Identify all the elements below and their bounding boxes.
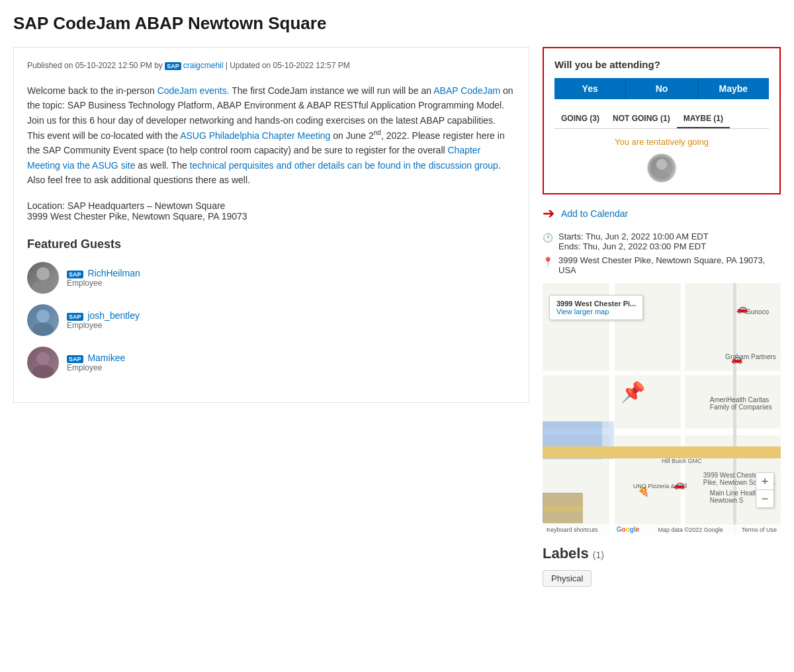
- map-popup: 3999 West Chester Pi... View larger map: [549, 295, 643, 320]
- event-address-text: 3999 West Chester Pike, Newtown Square, …: [558, 255, 781, 275]
- svg-point-4: [36, 352, 50, 365]
- meta-info: Published on 05-10-2022 12:50 PM by SAPc…: [27, 61, 515, 70]
- add-to-calendar-link[interactable]: Add to Calendar: [561, 208, 628, 219]
- article-body: Welcome back to the in-person CodeJam ev…: [27, 83, 515, 187]
- google-logo: Google: [617, 526, 639, 533]
- guest-name[interactable]: SAP RichHeilman: [67, 268, 140, 278]
- page-title: SAP CodeJam ABAP Newtown Square: [13, 13, 781, 34]
- rsvp-tab-not-going[interactable]: NOT GOING (1): [606, 110, 677, 128]
- rsvp-status-text: You are tentatively going: [554, 137, 769, 147]
- rsvp-maybe-avatars: [554, 153, 769, 183]
- guest-role: Employee: [67, 278, 140, 288]
- location-line-1: Location: SAP Headquarters – Newtown Squ…: [27, 200, 515, 211]
- add-to-calendar-row: ➔ Add to Calendar: [543, 205, 781, 222]
- author-link[interactable]: craigcmehil: [183, 61, 224, 70]
- rsvp-no-button[interactable]: No: [626, 78, 697, 99]
- featured-guests-heading: Featured Guests: [27, 237, 515, 251]
- guest-info: SAP Mamikee Employee: [67, 353, 125, 372]
- published-label: Published on: [27, 61, 73, 70]
- event-details: 🕐 Starts: Thu, Jun 2, 2022 10:00 AM EDT …: [543, 231, 781, 275]
- rsvp-yes-button[interactable]: Yes: [554, 78, 626, 99]
- map-keyboard-shortcuts: Keyboard shortcuts: [547, 526, 598, 533]
- map-zoom-out-button[interactable]: −: [756, 490, 773, 507]
- labels-section: Labels (1) Physical: [543, 545, 781, 587]
- clock-icon: 🕐: [543, 233, 553, 243]
- asug-link[interactable]: ASUG Philadelphia Chapter Meeting: [180, 130, 330, 141]
- svg-point-6: [656, 159, 667, 169]
- technical-link[interactable]: technical perquisites and other details …: [190, 160, 498, 171]
- map-thumbnail: [543, 493, 582, 523]
- guest-name[interactable]: SAP Mamikee: [67, 353, 125, 363]
- svg-rect-10: [543, 507, 583, 511]
- guest-name[interactable]: SAP josh_bentley: [67, 310, 140, 321]
- sap-badge: SAP: [67, 271, 83, 278]
- map-sunoco-pin: 🚗: [736, 303, 748, 314]
- svg-point-2: [36, 310, 50, 323]
- rsvp-maybe-button[interactable]: Maybe: [698, 78, 769, 99]
- paragraph-text-1: Welcome back to the in-person: [27, 85, 157, 96]
- rsvp-question: Will you be attending?: [554, 59, 769, 70]
- sap-badge: SAP: [67, 355, 83, 363]
- map-graham-pin: 🚗: [731, 353, 742, 364]
- map-footer: Keyboard shortcuts Google Map data ©2022…: [543, 525, 781, 534]
- labels-count: (1): [593, 550, 604, 560]
- location-icon: 📍: [543, 257, 553, 267]
- main-content: Published on 05-10-2022 12:50 PM by SAPc…: [13, 47, 529, 403]
- label-physical-tag[interactable]: Physical: [543, 570, 592, 587]
- updated-date: 05-10-2022 12:57 PM: [273, 61, 350, 70]
- map-controls: + −: [756, 472, 774, 508]
- avatar: [27, 304, 59, 336]
- paragraph-text-1f: as well. The: [135, 160, 189, 171]
- map-view-larger-link[interactable]: View larger map: [556, 308, 609, 315]
- sap-badge: SAP: [165, 62, 181, 70]
- rsvp-tab-going[interactable]: GOING (3): [554, 110, 606, 128]
- paragraph-text-1b: The first CodeJam instance we will run w…: [230, 85, 434, 96]
- svg-point-1: [32, 280, 54, 294]
- svg-point-3: [32, 323, 54, 336]
- avatar: [27, 262, 59, 294]
- map-background: Sunoco 🚗 Graham Partners 🚗 AmeriHealth C…: [543, 283, 781, 534]
- map-buick-label: Hill Buick GMC: [662, 458, 702, 464]
- guest-role: Employee: [67, 363, 125, 372]
- map-zoom-in-button[interactable]: +: [756, 473, 773, 490]
- event-address-row: 📍 3999 West Chester Pike, Newtown Square…: [543, 255, 781, 275]
- event-starts-text: Starts: Thu, Jun 2, 2022 10:00 AM EDT En…: [558, 231, 709, 251]
- map-data-credit: Map data ©2022 Google: [658, 526, 723, 533]
- map-main-marker: 📌: [621, 380, 645, 403]
- location-line-2: 3999 West Chester Pike, Newtown Square, …: [27, 211, 515, 222]
- rsvp-user-avatar: [647, 153, 676, 183]
- labels-heading: Labels (1): [543, 545, 781, 562]
- rsvp-buttons: Yes No Maybe: [554, 78, 769, 99]
- guest-item: SAP Mamikee Employee: [27, 347, 515, 378]
- published-date: 05-10-2022 12:50 PM: [75, 61, 152, 70]
- svg-point-5: [32, 365, 54, 378]
- map-sunoco-label: Sunoco: [746, 308, 769, 315]
- abap-codejam-link[interactable]: ABAP CodeJam: [433, 85, 500, 96]
- map-buick-pin: 🚗: [674, 479, 685, 489]
- updated-label: Updated on: [230, 61, 271, 70]
- avatar: [27, 347, 59, 378]
- by-label: by: [154, 61, 165, 70]
- event-starts-row: 🕐 Starts: Thu, Jun 2, 2022 10:00 AM EDT …: [543, 231, 781, 251]
- guest-item: SAP josh_bentley Employee: [27, 304, 515, 336]
- guest-info: SAP josh_bentley Employee: [67, 310, 140, 330]
- guest-info: SAP RichHeilman Employee: [67, 268, 140, 288]
- sap-badge: SAP: [67, 313, 83, 321]
- guest-list: SAP RichHeilman Employee SAP josh_bentle…: [27, 262, 515, 378]
- map-popup-title: 3999 West Chester Pi...: [556, 300, 636, 308]
- arrow-icon: ➔: [543, 205, 554, 222]
- rsvp-tab-maybe[interactable]: MAYBE (1): [677, 110, 730, 128]
- map-terms-link[interactable]: Terms of Use: [742, 526, 777, 533]
- map-amerihealth-label: AmeriHealth Caritas Family of Companies: [710, 396, 776, 411]
- location-info: Location: SAP Headquarters – Newtown Squ…: [27, 200, 515, 222]
- map-container[interactable]: Sunoco 🚗 Graham Partners 🚗 AmeriHealth C…: [543, 283, 781, 534]
- svg-point-0: [36, 267, 50, 280]
- guest-item: SAP RichHeilman Employee: [27, 262, 515, 294]
- right-sidebar: Will you be attending? Yes No Maybe GOIN…: [543, 47, 781, 587]
- guest-role: Employee: [67, 321, 140, 330]
- rsvp-box: Will you be attending? Yes No Maybe GOIN…: [543, 47, 781, 194]
- codejam-link[interactable]: CodeJam events.: [157, 85, 230, 96]
- rsvp-tabs: GOING (3) NOT GOING (1) MAYBE (1): [554, 110, 769, 129]
